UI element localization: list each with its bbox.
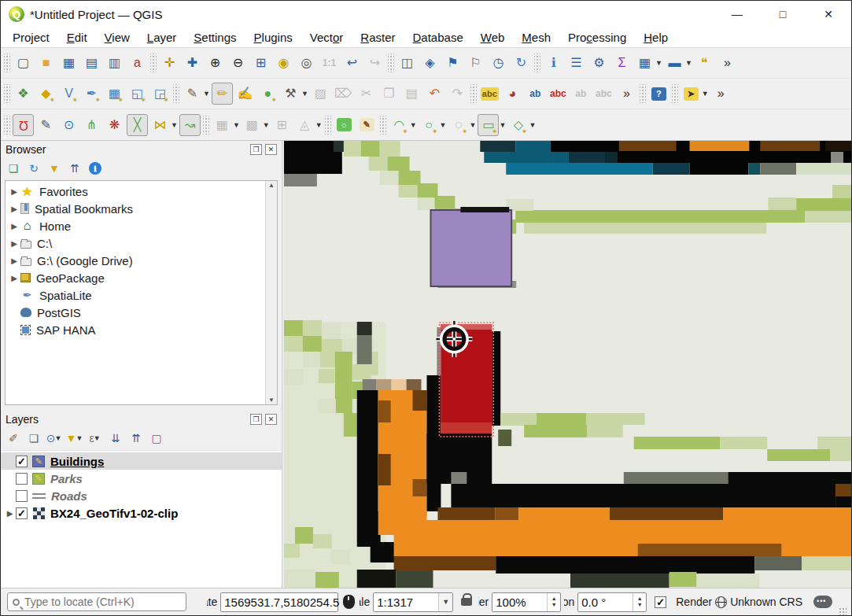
expander-icon[interactable]: ▶	[9, 187, 20, 196]
regular-polygon-digitize-button[interactable]: ◇✶	[507, 114, 529, 136]
vertex-tool-button[interactable]: ⚒	[280, 83, 301, 105]
zoom-full-button[interactable]: ⊞	[250, 52, 271, 74]
toolbar-handle[interactable]	[173, 84, 179, 103]
ellipse-digitize-dropdown-icon[interactable]: ▼	[470, 121, 477, 129]
menu-project[interactable]: Project	[4, 29, 58, 46]
pan-map-to-selection-button[interactable]: ✚	[182, 52, 203, 74]
toolbar-extension[interactable]: »	[616, 83, 637, 105]
show-spatial-bookmarks-button[interactable]: ⚐	[465, 52, 486, 74]
topological-editing-button[interactable]: ⋔	[81, 114, 102, 136]
layer-item-buildings[interactable]: ✓Buildings	[1, 452, 282, 470]
new-geopackage-layer-button[interactable]: ◆✶	[35, 83, 57, 105]
reindex-mesh-dropdown-icon[interactable]: ▼	[315, 121, 323, 129]
new-shapefile-layer-button[interactable]: V✶	[58, 83, 79, 105]
menu-layer[interactable]: Layer	[138, 29, 186, 46]
add-group-button[interactable]: ❏	[24, 430, 43, 447]
processing-toolbox-button[interactable]: ⚙	[588, 52, 610, 74]
temporal-controller-button[interactable]: ◷	[488, 52, 509, 74]
new-map-view-button[interactable]: ◫	[396, 52, 418, 74]
show-sum-statistics-button[interactable]: Σ	[611, 52, 633, 74]
toolbar-handle[interactable]	[4, 53, 10, 72]
menu-plugins[interactable]: Plugins	[245, 29, 301, 46]
refresh-map-button[interactable]: ↻	[511, 52, 532, 74]
browser-item-g-google-drive[interactable]: ▶G:\ (Google Drive)	[6, 252, 265, 269]
filter-by-expression-button[interactable]: ε▼	[86, 430, 105, 447]
magnifier-spinbox[interactable]: 100% ▲▼	[492, 592, 561, 612]
metasearch-button[interactable]: ○	[334, 114, 355, 136]
crs-globe-icon[interactable]	[715, 596, 727, 608]
new-3d-map-view-button[interactable]: ◈	[419, 52, 441, 74]
spinner-arrows-icon[interactable]: ▲▼	[547, 593, 560, 611]
toolbar-extension[interactable]: »	[710, 83, 732, 105]
rotation-spinbox[interactable]: 0.0 ° ▲▼	[577, 592, 647, 612]
avoid-overlap-button[interactable]: ⋈	[149, 114, 171, 136]
zoom-out-button[interactable]: ⊖	[227, 52, 249, 74]
circle-digitize-dropdown-icon[interactable]: ▼	[440, 121, 447, 129]
add-polygon-feature-button[interactable]: ●✶	[257, 83, 278, 105]
pin-unpin-labels-button[interactable]: ab	[525, 83, 546, 105]
measure-line-dropdown-icon[interactable]: ▼	[685, 59, 692, 67]
toolbar-extension[interactable]: »	[717, 52, 738, 74]
browser-item-home[interactable]: ▶Home	[6, 217, 265, 234]
locate-input[interactable]	[24, 596, 181, 608]
circular-string-digitize-button[interactable]: ◠✶	[389, 114, 410, 136]
select-features-button[interactable]: ➤	[680, 83, 702, 105]
avoid-overlap-dropdown-icon[interactable]: ▼	[171, 121, 178, 129]
ellipse-digitize-button[interactable]: ◌✶	[448, 114, 470, 136]
menu-web[interactable]: Web	[472, 29, 514, 46]
layer-visibility-checkbox[interactable]	[16, 490, 28, 502]
highlight-pinned-labels-button[interactable]: abc	[548, 83, 569, 105]
expander-icon[interactable]: ▶	[9, 239, 20, 248]
toolbar-handle[interactable]	[388, 53, 394, 72]
map-tips-button[interactable]: ❝	[694, 52, 715, 74]
resize-grip[interactable]	[839, 607, 846, 615]
map-canvas[interactable]	[284, 141, 851, 588]
browser-item-spatialite[interactable]: SpatiaLite	[6, 286, 265, 304]
identify-features-button[interactable]: ℹ	[543, 52, 564, 74]
new-temporary-scratch-layer-button[interactable]: ▦✶	[104, 83, 125, 105]
locate-box[interactable]	[7, 592, 186, 611]
zoom-in-button[interactable]: ⊕	[205, 52, 226, 74]
layer-item-roads[interactable]: Roads	[1, 487, 282, 504]
snapping-visibility-button[interactable]: ⊙	[58, 114, 79, 136]
digitize-mesh-dropdown-icon[interactable]: ▼	[233, 121, 240, 129]
toolbar-handle[interactable]	[203, 116, 209, 135]
browser-item-geopackage[interactable]: ▶GeoPackage	[6, 269, 265, 286]
expander-icon[interactable]: ▶	[9, 222, 20, 231]
open-attribute-table-button[interactable]: ▦	[634, 52, 655, 74]
vertex-tool-dropdown-icon[interactable]: ▼	[301, 90, 308, 98]
zoom-to-selection-button[interactable]: ◉	[273, 52, 294, 74]
browser-item-c[interactable]: ▶C:\	[6, 234, 265, 252]
collapse-all-layers-button[interactable]: ⇈	[127, 430, 146, 447]
menu-help[interactable]: Help	[635, 29, 677, 46]
open-layer-styling-button[interactable]: ✐	[4, 430, 23, 447]
collapse-all-button[interactable]: ⇈	[65, 160, 84, 177]
toolbar-handle[interactable]	[672, 84, 678, 103]
coordinate-field[interactable]: 1569531.7,5180254.5	[220, 592, 338, 612]
menu-vector[interactable]: Vector	[301, 29, 352, 46]
scroll-down-icon[interactable]: ▼	[268, 397, 275, 404]
menu-mesh[interactable]: Mesh	[513, 29, 559, 46]
browser-scrollbar[interactable]: ▲ ▼	[265, 181, 277, 404]
layer-diagram-options-button[interactable]: ◕	[502, 83, 523, 105]
browser-item-spatial-bookmarks[interactable]: ▶Spatial Bookmarks	[6, 200, 265, 217]
layer-item-parks[interactable]: Parks	[1, 470, 282, 487]
pan-map-button[interactable]: ✛	[159, 52, 180, 74]
regular-polygon-digitize-dropdown-icon[interactable]: ▼	[529, 121, 536, 129]
current-edits-dropdown-icon[interactable]: ▼	[203, 90, 210, 98]
show-layout-manager-button[interactable]: ▥	[104, 52, 125, 74]
open-attribute-table-dropdown-icon[interactable]: ▼	[655, 59, 662, 67]
close-button[interactable]: ✕	[806, 1, 851, 28]
help-contents-button[interactable]: ?	[648, 83, 669, 105]
panel-splitter[interactable]	[1, 405, 282, 411]
toolbar-handle[interactable]	[325, 116, 331, 135]
messages-icon[interactable]	[813, 596, 832, 608]
manage-map-themes-button[interactable]: ⊙▼	[45, 430, 64, 447]
open-project-button[interactable]: ■	[35, 52, 57, 74]
toolbar-handle[interactable]	[470, 84, 477, 103]
render-checkbox[interactable]: ✓	[655, 596, 666, 608]
layer-visibility-checkbox[interactable]: ✓	[16, 456, 28, 467]
toolbar-handle[interactable]	[380, 116, 386, 135]
chevron-down-icon[interactable]: ▼	[438, 593, 452, 611]
new-spatialite-layer-button[interactable]: ✒✶	[81, 83, 102, 105]
